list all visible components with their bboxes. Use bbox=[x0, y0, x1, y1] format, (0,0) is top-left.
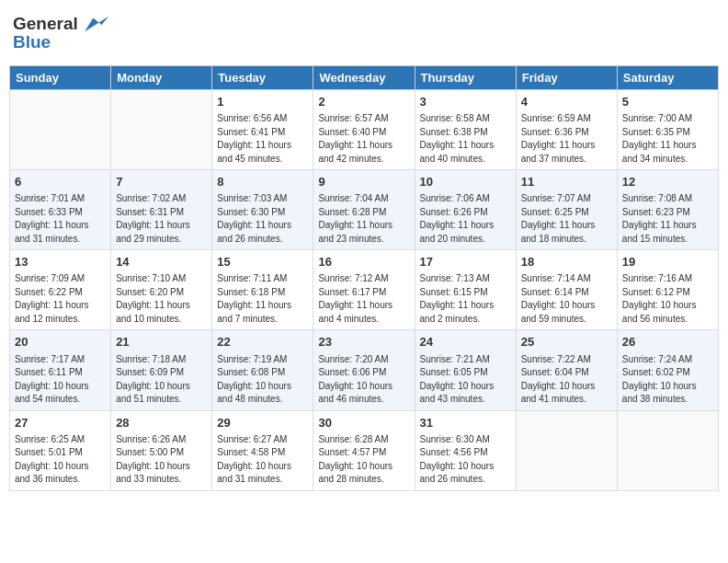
day-number: 13 bbox=[15, 254, 106, 270]
day-number: 29 bbox=[217, 415, 308, 431]
calendar-cell: 1Sunrise: 6:56 AM Sunset: 6:41 PM Daylig… bbox=[212, 89, 313, 169]
calendar-cell: 26Sunrise: 7:24 AM Sunset: 6:02 PM Dayli… bbox=[617, 330, 718, 410]
calendar-cell: 4Sunrise: 6:59 AM Sunset: 6:36 PM Daylig… bbox=[516, 89, 617, 169]
calendar-cell: 27Sunrise: 6:25 AM Sunset: 5:01 PM Dayli… bbox=[10, 410, 111, 490]
calendar-cell: 25Sunrise: 7:22 AM Sunset: 6:04 PM Dayli… bbox=[516, 330, 617, 410]
calendar-cell: 30Sunrise: 6:28 AM Sunset: 4:57 PM Dayli… bbox=[313, 410, 415, 490]
day-number: 14 bbox=[116, 254, 207, 270]
calendar-cell: 24Sunrise: 7:21 AM Sunset: 6:05 PM Dayli… bbox=[415, 330, 516, 410]
day-info: Sunrise: 6:56 AM Sunset: 6:41 PM Dayligh… bbox=[217, 112, 308, 166]
day-number: 17 bbox=[420, 254, 511, 270]
calendar-cell: 28Sunrise: 6:26 AM Sunset: 5:00 PM Dayli… bbox=[111, 410, 212, 490]
calendar-cell: 29Sunrise: 6:27 AM Sunset: 4:58 PM Dayli… bbox=[212, 410, 313, 490]
calendar-cell: 13Sunrise: 7:09 AM Sunset: 6:22 PM Dayli… bbox=[10, 250, 111, 330]
day-number: 21 bbox=[116, 334, 207, 350]
day-info: Sunrise: 7:12 AM Sunset: 6:17 PM Dayligh… bbox=[318, 272, 409, 326]
day-info: Sunrise: 6:30 AM Sunset: 4:56 PM Dayligh… bbox=[420, 433, 511, 487]
week-row-4: 20Sunrise: 7:17 AM Sunset: 6:11 PM Dayli… bbox=[10, 330, 719, 410]
day-number: 3 bbox=[420, 94, 511, 110]
day-info: Sunrise: 7:16 AM Sunset: 6:12 PM Dayligh… bbox=[622, 272, 713, 326]
calendar-cell: 17Sunrise: 7:13 AM Sunset: 6:15 PM Dayli… bbox=[415, 250, 516, 330]
calendar-cell: 19Sunrise: 7:16 AM Sunset: 6:12 PM Dayli… bbox=[617, 250, 718, 330]
week-row-2: 6Sunrise: 7:01 AM Sunset: 6:33 PM Daylig… bbox=[10, 170, 719, 250]
day-number: 18 bbox=[521, 254, 612, 270]
day-number: 2 bbox=[318, 94, 409, 110]
calendar-cell bbox=[516, 410, 617, 490]
day-info: Sunrise: 7:02 AM Sunset: 6:31 PM Dayligh… bbox=[116, 192, 207, 246]
day-info: Sunrise: 6:57 AM Sunset: 6:40 PM Dayligh… bbox=[318, 112, 409, 166]
day-number: 10 bbox=[420, 174, 511, 190]
day-number: 22 bbox=[217, 334, 308, 350]
calendar-cell: 15Sunrise: 7:11 AM Sunset: 6:18 PM Dayli… bbox=[212, 250, 313, 330]
day-info: Sunrise: 7:07 AM Sunset: 6:25 PM Dayligh… bbox=[521, 192, 612, 246]
calendar-cell bbox=[10, 89, 111, 169]
day-info: Sunrise: 6:26 AM Sunset: 5:00 PM Dayligh… bbox=[116, 433, 207, 487]
calendar-cell: 18Sunrise: 7:14 AM Sunset: 6:14 PM Dayli… bbox=[516, 250, 617, 330]
calendar-cell: 9Sunrise: 7:04 AM Sunset: 6:28 PM Daylig… bbox=[313, 170, 415, 250]
calendar-cell: 11Sunrise: 7:07 AM Sunset: 6:25 PM Dayli… bbox=[516, 170, 617, 250]
day-info: Sunrise: 7:08 AM Sunset: 6:23 PM Dayligh… bbox=[622, 192, 713, 246]
calendar-cell: 8Sunrise: 7:03 AM Sunset: 6:30 PM Daylig… bbox=[212, 170, 313, 250]
day-info: Sunrise: 7:19 AM Sunset: 6:08 PM Dayligh… bbox=[217, 353, 308, 407]
calendar-cell: 3Sunrise: 6:58 AM Sunset: 6:38 PM Daylig… bbox=[415, 89, 516, 169]
day-number: 1 bbox=[217, 94, 308, 110]
day-info: Sunrise: 6:27 AM Sunset: 4:58 PM Dayligh… bbox=[217, 433, 308, 487]
weekday-header-row: SundayMondayTuesdayWednesdayThursdayFrid… bbox=[10, 65, 719, 89]
day-info: Sunrise: 7:17 AM Sunset: 6:11 PM Dayligh… bbox=[15, 353, 106, 407]
calendar-cell bbox=[617, 410, 718, 490]
weekday-wednesday: Wednesday bbox=[313, 65, 415, 89]
day-number: 16 bbox=[318, 254, 409, 270]
day-number: 15 bbox=[217, 254, 308, 270]
day-info: Sunrise: 7:14 AM Sunset: 6:14 PM Dayligh… bbox=[521, 272, 612, 326]
day-info: Sunrise: 7:01 AM Sunset: 6:33 PM Dayligh… bbox=[15, 192, 106, 246]
day-info: Sunrise: 7:11 AM Sunset: 6:18 PM Dayligh… bbox=[217, 272, 308, 326]
day-info: Sunrise: 7:20 AM Sunset: 6:06 PM Dayligh… bbox=[318, 353, 409, 407]
day-number: 5 bbox=[622, 94, 713, 110]
day-info: Sunrise: 7:09 AM Sunset: 6:22 PM Dayligh… bbox=[15, 272, 106, 326]
day-info: Sunrise: 6:28 AM Sunset: 4:57 PM Dayligh… bbox=[318, 433, 409, 487]
weekday-sunday: Sunday bbox=[10, 65, 111, 89]
day-number: 28 bbox=[116, 415, 207, 431]
day-info: Sunrise: 6:58 AM Sunset: 6:38 PM Dayligh… bbox=[420, 112, 511, 166]
day-number: 9 bbox=[318, 174, 409, 190]
day-info: Sunrise: 7:13 AM Sunset: 6:15 PM Dayligh… bbox=[420, 272, 511, 326]
week-row-3: 13Sunrise: 7:09 AM Sunset: 6:22 PM Dayli… bbox=[10, 250, 719, 330]
logo: General Blue bbox=[13, 15, 110, 52]
week-row-5: 27Sunrise: 6:25 AM Sunset: 5:01 PM Dayli… bbox=[10, 410, 719, 490]
day-number: 8 bbox=[217, 174, 308, 190]
day-number: 12 bbox=[622, 174, 713, 190]
calendar-table: SundayMondayTuesdayWednesdayThursdayFrid… bbox=[9, 65, 719, 491]
day-number: 26 bbox=[622, 334, 713, 350]
calendar-cell: 14Sunrise: 7:10 AM Sunset: 6:20 PM Dayli… bbox=[111, 250, 212, 330]
day-info: Sunrise: 7:18 AM Sunset: 6:09 PM Dayligh… bbox=[116, 353, 207, 407]
day-number: 23 bbox=[318, 334, 409, 350]
week-row-1: 1Sunrise: 6:56 AM Sunset: 6:41 PM Daylig… bbox=[10, 89, 719, 169]
calendar-cell: 10Sunrise: 7:06 AM Sunset: 6:26 PM Dayli… bbox=[415, 170, 516, 250]
day-info: Sunrise: 7:03 AM Sunset: 6:30 PM Dayligh… bbox=[217, 192, 308, 246]
calendar-cell: 20Sunrise: 7:17 AM Sunset: 6:11 PM Dayli… bbox=[10, 330, 111, 410]
day-info: Sunrise: 7:06 AM Sunset: 6:26 PM Dayligh… bbox=[420, 192, 511, 246]
day-info: Sunrise: 7:00 AM Sunset: 6:35 PM Dayligh… bbox=[622, 112, 713, 166]
weekday-friday: Friday bbox=[516, 65, 617, 89]
calendar-cell: 22Sunrise: 7:19 AM Sunset: 6:08 PM Dayli… bbox=[212, 330, 313, 410]
calendar-cell bbox=[111, 89, 212, 169]
calendar-cell: 16Sunrise: 7:12 AM Sunset: 6:17 PM Dayli… bbox=[313, 250, 415, 330]
weekday-thursday: Thursday bbox=[415, 65, 516, 89]
day-info: Sunrise: 6:25 AM Sunset: 5:01 PM Dayligh… bbox=[15, 433, 106, 487]
day-number: 19 bbox=[622, 254, 713, 270]
day-number: 7 bbox=[116, 174, 207, 190]
day-number: 27 bbox=[15, 415, 106, 431]
day-number: 11 bbox=[521, 174, 612, 190]
calendar-cell: 31Sunrise: 6:30 AM Sunset: 4:56 PM Dayli… bbox=[415, 410, 516, 490]
calendar-cell: 21Sunrise: 7:18 AM Sunset: 6:09 PM Dayli… bbox=[111, 330, 212, 410]
day-info: Sunrise: 7:22 AM Sunset: 6:04 PM Dayligh… bbox=[521, 353, 612, 407]
logo-blue: Blue bbox=[13, 33, 110, 52]
day-info: Sunrise: 7:04 AM Sunset: 6:28 PM Dayligh… bbox=[318, 192, 409, 246]
day-number: 24 bbox=[420, 334, 511, 350]
calendar-cell: 5Sunrise: 7:00 AM Sunset: 6:35 PM Daylig… bbox=[617, 89, 718, 169]
day-number: 31 bbox=[420, 415, 511, 431]
svg-marker-0 bbox=[85, 17, 108, 32]
day-number: 4 bbox=[521, 94, 612, 110]
calendar-cell: 7Sunrise: 7:02 AM Sunset: 6:31 PM Daylig… bbox=[111, 170, 212, 250]
day-info: Sunrise: 7:24 AM Sunset: 6:02 PM Dayligh… bbox=[622, 353, 713, 407]
